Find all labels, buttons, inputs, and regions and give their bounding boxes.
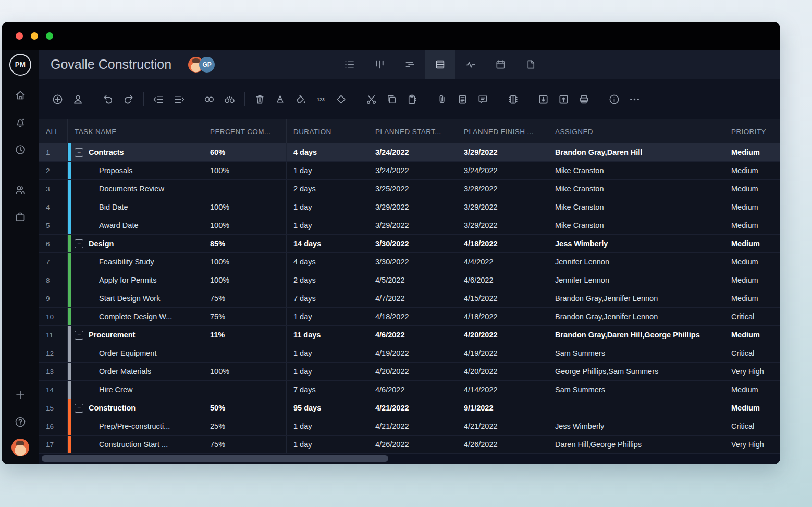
cell-duration[interactable]: 1 day	[287, 198, 368, 216]
row-number[interactable]: 13	[39, 363, 68, 380]
cell-percent-complete[interactable]	[203, 381, 287, 399]
cell-planned-finish[interactable]: 3/29/2022	[457, 216, 548, 234]
table-row[interactable]: 8Apply for Permits100%2 days4/5/20224/6/…	[39, 271, 780, 289]
cell-duration[interactable]: 1 day	[287, 308, 368, 325]
cell-assigned[interactable]: Sam Summers	[548, 344, 724, 362]
row-number[interactable]: 5	[39, 216, 68, 234]
table-row[interactable]: 4Bid Date100%1 day3/29/20223/29/2022Mike…	[39, 198, 780, 216]
print-button[interactable]	[574, 89, 594, 110]
minimize-button[interactable]	[31, 32, 38, 40]
cell-planned-finish[interactable]: 3/29/2022	[457, 198, 548, 216]
cell-assigned[interactable]: Brandon Gray,Daren Hill	[548, 143, 724, 161]
cell-percent-complete[interactable]: 100%	[203, 363, 287, 380]
cell-planned-finish[interactable]: 4/4/2022	[457, 253, 548, 271]
cell-planned-finish[interactable]: 3/24/2022	[457, 162, 548, 179]
cell-priority[interactable]: Medium	[724, 162, 780, 179]
cell-planned-finish[interactable]: 4/18/2022	[457, 308, 548, 325]
cell-planned-finish[interactable]: 4/19/2022	[457, 344, 548, 362]
number-format-button[interactable]: 123	[311, 89, 331, 110]
collapse-icon[interactable]: −	[75, 331, 83, 340]
cell-priority[interactable]: Medium	[724, 271, 780, 289]
row-number[interactable]: 2	[39, 162, 68, 179]
tab-calendar-view[interactable]	[485, 50, 515, 79]
cell-percent-complete[interactable]: 100%	[203, 216, 287, 234]
cell-duration[interactable]: 1 day	[287, 162, 368, 179]
column-header-duration[interactable]: DURATION	[287, 119, 368, 143]
cell-priority[interactable]: Medium	[724, 326, 780, 344]
cell-task-name[interactable]: −Procurement	[68, 326, 203, 344]
column-header-task-name[interactable]: TASK NAME	[68, 119, 203, 143]
add-new-button[interactable]	[10, 384, 31, 405]
zoom-button[interactable]	[46, 32, 53, 40]
cell-percent-complete[interactable]: 75%	[203, 289, 287, 307]
column-header-assigned[interactable]: ASSIGNED	[548, 119, 724, 143]
cell-assigned[interactable]: Mike Cranston	[548, 216, 724, 234]
tab-sheet-view[interactable]	[425, 50, 455, 79]
cell-assigned[interactable]: Brandon Gray,Jennifer Lennon	[548, 308, 724, 325]
cell-assigned[interactable]: Sam Summers	[548, 381, 724, 399]
tab-list-view[interactable]	[334, 50, 364, 79]
cell-assigned[interactable]: Brandon Gray,Daren Hill,George Phillips	[548, 326, 724, 344]
table-row[interactable]: 7Feasibility Study100%4 days3/30/20224/4…	[39, 253, 780, 271]
cell-assigned[interactable]: Jess Wimberly	[548, 417, 724, 435]
cell-planned-finish[interactable]: 9/1/2022	[457, 399, 548, 417]
cell-task-name[interactable]: Feasibility Study	[68, 253, 203, 271]
export-button[interactable]	[553, 89, 574, 110]
copy-button[interactable]	[382, 89, 402, 110]
comment-button[interactable]	[473, 89, 493, 110]
pm-logo[interactable]: PM	[9, 50, 31, 79]
table-row[interactable]: 3Documents Review2 days3/25/20223/28/202…	[39, 180, 780, 198]
outdent-button[interactable]	[149, 89, 169, 110]
table-row[interactable]: 6−Design85%14 days3/30/20224/18/2022Jess…	[39, 235, 780, 253]
cell-planned-start[interactable]: 4/6/2022	[368, 326, 457, 344]
member-avatar-gp[interactable]: GP	[199, 57, 215, 73]
profile-avatar[interactable]	[11, 439, 29, 456]
info-button[interactable]	[604, 89, 624, 110]
cell-assigned[interactable]: Mike Cranston	[548, 198, 724, 216]
cell-planned-start[interactable]: 3/30/2022	[368, 235, 457, 252]
cell-priority[interactable]: Medium	[724, 216, 780, 234]
cell-priority[interactable]: Very High	[724, 363, 780, 380]
cell-assigned[interactable]: George Phillips,Sam Summers	[548, 363, 724, 380]
row-number[interactable]: 7	[39, 253, 68, 271]
row-number[interactable]: 4	[39, 198, 68, 216]
cell-task-name[interactable]: −Contracts	[68, 143, 203, 161]
row-number[interactable]: 10	[39, 308, 68, 325]
paste-button[interactable]	[402, 89, 422, 110]
row-number[interactable]: 1	[39, 143, 68, 161]
collapse-icon[interactable]: −	[75, 239, 83, 248]
cell-assigned[interactable]: Mike Cranston	[548, 180, 724, 198]
undo-button[interactable]	[98, 89, 118, 110]
cell-task-name[interactable]: Hire Crew	[68, 381, 203, 399]
cell-task-name[interactable]: −Design	[68, 235, 203, 252]
cell-planned-finish[interactable]: 4/15/2022	[457, 289, 548, 307]
cell-planned-finish[interactable]: 4/18/2022	[457, 235, 548, 252]
delete-task-button[interactable]	[250, 89, 270, 110]
team-button[interactable]	[10, 179, 31, 200]
cell-task-name[interactable]: Construction Start ...	[68, 436, 203, 453]
row-number[interactable]: 12	[39, 344, 68, 362]
timesheets-button[interactable]	[10, 139, 31, 160]
milestone-button[interactable]	[331, 89, 351, 110]
unlink-tasks-button[interactable]	[219, 89, 240, 110]
cell-duration[interactable]: 7 days	[287, 289, 368, 307]
row-number[interactable]: 16	[39, 417, 68, 435]
cell-priority[interactable]: Medium	[724, 253, 780, 271]
manage-columns-button[interactable]	[503, 89, 523, 110]
cell-planned-finish[interactable]: 4/14/2022	[457, 381, 548, 399]
cell-task-name[interactable]: Bid Date	[68, 198, 203, 216]
home-button[interactable]	[10, 85, 31, 106]
row-number[interactable]: 14	[39, 381, 68, 399]
cell-priority[interactable]: Medium	[724, 289, 780, 307]
cell-task-name[interactable]: −Construction	[68, 399, 203, 417]
cell-percent-complete[interactable]: 75%	[203, 308, 287, 325]
attachment-button[interactable]	[432, 89, 452, 110]
column-header-planned-finish[interactable]: PLANNED FINISH ...	[457, 119, 548, 143]
tab-activity-view[interactable]	[455, 50, 485, 79]
cell-percent-complete[interactable]: 75%	[203, 436, 287, 453]
import-button[interactable]	[533, 89, 553, 110]
table-row[interactable]: 13Order Materials100%1 day4/20/20224/20/…	[39, 363, 780, 381]
table-row[interactable]: 16Prep/Pre-constructi...25%1 day4/21/202…	[39, 417, 780, 436]
tab-gantt-view[interactable]	[395, 50, 425, 79]
cell-duration[interactable]: 1 day	[287, 363, 368, 380]
